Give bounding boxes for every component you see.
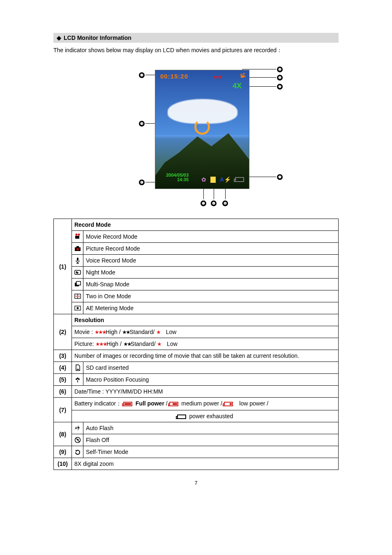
one-star-icon: ★ <box>156 329 161 335</box>
callout-7: ❼ <box>277 174 283 180</box>
svg-point-21 <box>78 378 80 380</box>
table-row: (3) Number of images or recording time o… <box>54 350 339 362</box>
callout-5: ❺ <box>201 200 206 206</box>
row-num: (4) <box>54 362 72 374</box>
multi-snap-icon <box>72 279 83 290</box>
camera-icon <box>72 243 83 255</box>
three-star-icon: ★★★ <box>95 341 106 347</box>
table-row: (6) Date/Time : YYYY/MM/DD HH:MM <box>54 386 339 398</box>
cell: Voice Record Mode <box>83 255 339 267</box>
svg-point-15 <box>78 296 80 297</box>
callout-1: ❶ <box>277 75 283 81</box>
row-num: (1) <box>54 219 72 314</box>
svg-text:A: A <box>75 426 78 430</box>
table-row: (8) A Auto Flash <box>54 422 339 434</box>
svg-rect-5 <box>76 246 79 247</box>
table-row: power exhausted <box>54 410 339 422</box>
cell: Battery indicator： Full power / medium p… <box>72 398 339 410</box>
cell: Number of images or recording time of mo… <box>72 350 339 362</box>
two-in-one-icon <box>72 290 83 302</box>
diamond-icon: ◆ <box>57 35 61 41</box>
table-row: (7) Battery indicator： Full power / medi… <box>54 398 339 410</box>
callout-2: ❷ <box>277 67 283 72</box>
svg-point-4 <box>76 248 79 251</box>
table-row: Picture Record Mode <box>54 243 339 255</box>
label: Full power <box>136 400 164 407</box>
cell: Macro Position Focusing <box>83 374 339 386</box>
section-header: ◆ LCD Monitor Information <box>53 33 339 43</box>
annotated-figure: ❸ ❾ ❻ ❷ ❶ ❿ ❼ ❺ ❹ ❽ 00:15:20 ★★ 📽 4X <box>104 66 288 210</box>
callout-3: ❸ <box>139 72 145 78</box>
table-row: (5) Macro Position Focusing <box>54 374 339 386</box>
cell: Night Mode <box>83 267 339 279</box>
table-row: (10) 8X digital zoom <box>54 458 339 470</box>
label: power exhausted <box>189 413 233 419</box>
self-timer-icon <box>72 446 83 458</box>
movie-mode-icon: 📽 <box>240 72 246 79</box>
row-num: (6) <box>54 386 72 398</box>
table-row: (9) Self-Timer Mode <box>54 446 339 458</box>
two-star-icon: ★★ <box>122 329 129 335</box>
flower-icon <box>72 374 83 386</box>
svg-rect-0 <box>75 236 79 239</box>
cell: Date/Time : YYYY/MM/DD HH:MM <box>72 386 339 398</box>
label: Standard/ <box>131 341 156 347</box>
one-star-icon: ★ <box>157 341 162 347</box>
flash-icon: A⚡ <box>220 176 231 183</box>
overlay-stars: ★★ <box>213 74 222 80</box>
table-row: AE Metering Mode <box>54 302 339 314</box>
row-num: (3) <box>54 350 72 362</box>
mic-icon <box>72 255 83 267</box>
battery-icon <box>235 177 244 182</box>
indicators-table: (1) Record Mode Movie Record Mode Pictur… <box>53 219 339 470</box>
battery-empty-icon <box>177 415 186 419</box>
label: Standard/ <box>129 329 154 335</box>
table-row: Voice Record Mode <box>54 255 339 267</box>
table-row: (1) Record Mode <box>54 219 339 231</box>
label: Movie : <box>74 329 93 335</box>
label: Low <box>166 329 177 335</box>
flash-off-icon <box>72 434 83 446</box>
ae-metering-icon <box>72 302 83 314</box>
svg-rect-6 <box>77 258 78 261</box>
overlay-zoom: 4X <box>233 82 242 90</box>
svg-point-17 <box>76 307 78 309</box>
cell: Multi-Snap Mode <box>83 279 339 290</box>
label: Low <box>167 341 178 347</box>
svg-point-1 <box>75 234 77 236</box>
battery-low-icon <box>224 402 233 406</box>
table-row: Flash Off <box>54 434 339 446</box>
battery-medium-icon <box>169 402 178 406</box>
sd-icon <box>210 177 216 183</box>
overlay-time2: 14:35 <box>177 177 189 182</box>
label: Picture: <box>74 341 94 347</box>
table-row: (4) SD card inserted <box>54 362 339 374</box>
svg-rect-18 <box>77 369 79 370</box>
svg-point-20 <box>76 378 77 380</box>
sd-card-icon <box>72 362 83 374</box>
table-row: Night Mode <box>54 267 339 279</box>
intro-paragraph: The indicator shows below may display on… <box>53 44 339 62</box>
cell: Movie Record Mode <box>83 231 339 243</box>
table-row: (2) Resolution <box>54 314 339 326</box>
overlay-time: 00:15:20 <box>160 73 188 80</box>
row-num: (9) <box>54 446 72 458</box>
row-num: (7) <box>54 398 72 422</box>
overlay-bottom-row: ✿ A⚡ <box>201 176 244 183</box>
label: Battery indicator： <box>74 400 122 407</box>
table-row: Picture: ★★★High / ★★Standard/ ★ Low <box>54 338 339 350</box>
row-header: Resolution <box>72 314 339 326</box>
callout-4: ❹ <box>211 200 217 206</box>
auto-flash-icon: A <box>72 422 83 434</box>
callout-6: ❻ <box>139 180 145 185</box>
overlay-datetime: 2004/05/03 14:35 <box>166 173 189 182</box>
svg-point-2 <box>78 234 80 236</box>
row-num: (8) <box>54 422 72 446</box>
cell: Self-Timer Mode <box>83 446 339 458</box>
label: low power / <box>239 400 268 407</box>
row-header: Record Mode <box>72 219 339 231</box>
table-row: Two in One Mode <box>54 290 339 302</box>
row-num: (10) <box>54 458 72 470</box>
night-mode-icon <box>72 267 83 279</box>
table-row: Multi-Snap Mode <box>54 279 339 290</box>
